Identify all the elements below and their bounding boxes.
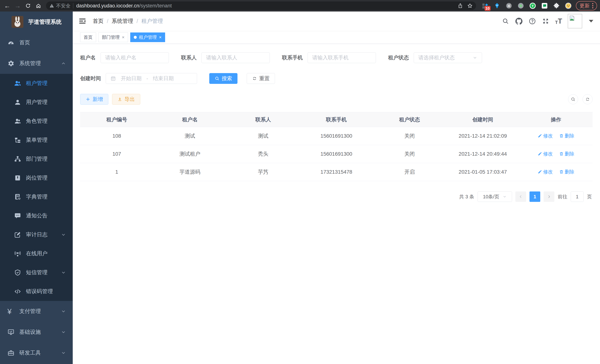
y-circle-icon[interactable]: Y bbox=[528, 1, 537, 10]
sidebar-item-审计日志[interactable]: 审计日志 bbox=[0, 225, 73, 244]
search-button[interactable]: 搜索 bbox=[209, 73, 237, 84]
share-icon[interactable] bbox=[458, 3, 463, 9]
browser-toolbar: ← → 不安全 dashboard.yudao.iocoder.cn/syste… bbox=[0, 0, 600, 11]
prev-page-button[interactable] bbox=[516, 191, 526, 202]
sidebar-item-岗位管理[interactable]: 岗位管理 bbox=[0, 168, 73, 187]
close-tab-icon[interactable]: × bbox=[122, 35, 124, 40]
sidebar-item-部门管理[interactable]: 部门管理 bbox=[0, 149, 73, 168]
mobile-input[interactable]: 请输入联系手机 bbox=[308, 52, 376, 63]
emoji-face-icon[interactable] bbox=[564, 1, 573, 10]
cell-created: 2021-12-14 20:49:44 bbox=[446, 145, 519, 163]
export-button[interactable]: 导出 bbox=[112, 94, 140, 105]
page-number-button[interactable]: 1 bbox=[529, 191, 540, 202]
page-size-select[interactable]: 10条/页 bbox=[478, 191, 512, 202]
status-select[interactable]: 请选择租户状态 bbox=[414, 52, 482, 63]
total-count: 共 3 条 bbox=[459, 194, 474, 200]
delete-link[interactable]: 删除 bbox=[559, 133, 574, 139]
record-dot-icon[interactable] bbox=[516, 1, 525, 10]
chevron-down-icon bbox=[61, 270, 66, 275]
reset-button[interactable]: 重置 bbox=[247, 73, 275, 84]
sidebar-item-用户管理[interactable]: 用户管理 bbox=[0, 93, 73, 112]
sidebar-item-label: 短信管理 bbox=[26, 269, 47, 276]
address-bar[interactable]: 不安全 dashboard.yudao.iocoder.cn/system/te… bbox=[46, 1, 476, 10]
blocks-diamond-icon[interactable]: 10 bbox=[480, 1, 490, 10]
sidebar-item-支付管理[interactable]: ¥支付管理 bbox=[0, 301, 73, 322]
message-icon bbox=[14, 212, 21, 219]
browser-forward-icon[interactable]: → bbox=[13, 1, 22, 10]
svg-text:Y: Y bbox=[532, 4, 534, 8]
sidebar-item-短信管理[interactable]: 短信管理 bbox=[0, 263, 73, 282]
delete-link[interactable]: 删除 bbox=[559, 169, 574, 175]
edit-link[interactable]: 修改 bbox=[538, 169, 553, 175]
browser-reload-icon[interactable] bbox=[24, 1, 32, 10]
column-header: 创建时间 bbox=[446, 112, 519, 127]
sidebar-item-首页[interactable]: 首页 bbox=[0, 32, 73, 53]
top-navbar: 首页 / 系统管理 / 租户管理 TT bbox=[73, 11, 600, 31]
header-search-icon[interactable] bbox=[502, 17, 509, 25]
edit-link[interactable]: 修改 bbox=[538, 133, 553, 139]
sidebar-item-系统管理[interactable]: 系统管理 bbox=[0, 53, 73, 74]
browser-menu-kebab-icon[interactable] bbox=[592, 3, 593, 8]
sidebar-item-label: 菜单管理 bbox=[26, 136, 47, 144]
sidebar-item-字典管理[interactable]: 字典管理 bbox=[0, 187, 73, 206]
users-icon bbox=[14, 80, 21, 87]
avatar[interactable] bbox=[568, 14, 582, 28]
url-text[interactable]: dashboard.yudao.iocoder.cn/system/tenant bbox=[76, 3, 458, 9]
cell-status: 关闭 bbox=[373, 127, 446, 145]
column-header: 联系人 bbox=[226, 112, 300, 127]
create-time-range-input[interactable]: 开始日期 - 结束日期 bbox=[106, 73, 197, 84]
gem-icon[interactable] bbox=[492, 1, 502, 10]
cell-name: 测试租户 bbox=[153, 145, 227, 163]
browser-home-icon[interactable] bbox=[34, 1, 43, 10]
chat-icon[interactable] bbox=[540, 1, 549, 10]
next-page-button[interactable] bbox=[544, 191, 554, 202]
cell-contact: 秃头 bbox=[226, 145, 300, 163]
cell-mobile: 17321315478 bbox=[300, 163, 373, 181]
browser-back-icon[interactable]: ← bbox=[3, 1, 11, 10]
sidebar-menu: 首页系统管理租户管理用户管理角色管理菜单管理部门管理岗位管理字典管理通知公告审计… bbox=[0, 32, 73, 363]
dict-book-icon bbox=[14, 193, 21, 200]
bookmark-star-icon[interactable] bbox=[467, 3, 473, 9]
edit-link[interactable]: 修改 bbox=[538, 151, 553, 157]
column-header: 操作 bbox=[519, 112, 593, 127]
cell-name: 测试 bbox=[153, 127, 227, 145]
puzzle-icon[interactable] bbox=[552, 1, 561, 10]
refresh-table-icon[interactable] bbox=[582, 94, 593, 104]
goto-page-input[interactable]: 1 bbox=[571, 191, 584, 202]
shield-icon bbox=[14, 269, 21, 276]
sidebar-item-错误码管理[interactable]: 错误码管理 bbox=[0, 282, 73, 301]
delete-link[interactable]: 删除 bbox=[559, 151, 574, 157]
font-size-icon[interactable]: TT bbox=[555, 18, 562, 25]
add-button[interactable]: 新增 bbox=[80, 94, 108, 105]
help-icon[interactable] bbox=[528, 17, 536, 25]
toggle-search-icon[interactable] bbox=[568, 94, 578, 104]
cell-created: 2021-12-14 21:02:09 bbox=[446, 127, 519, 145]
sidebar-item-在线用户[interactable]: 在线用户 bbox=[0, 244, 73, 263]
user-menu-caret-icon[interactable] bbox=[589, 20, 593, 22]
browser-update-button[interactable]: 更新 bbox=[576, 1, 597, 10]
sidebar-collapse-icon[interactable] bbox=[78, 17, 86, 25]
sidebar-item-基础设施[interactable]: 基础设施 bbox=[0, 322, 73, 343]
sidebar-item-研发工具[interactable]: 研发工具 bbox=[0, 343, 73, 363]
sidebar-item-角色管理[interactable]: 角色管理 bbox=[0, 112, 73, 131]
cell-mobile: 15601691300 bbox=[300, 127, 373, 145]
breadcrumb-home[interactable]: 首页 bbox=[93, 18, 103, 25]
close-tab-icon[interactable]: × bbox=[159, 35, 162, 40]
command-icon[interactable]: ⌘ bbox=[504, 1, 514, 10]
app-logo-row[interactable]: 芋道管理系统 bbox=[0, 11, 73, 32]
fullscreen-icon[interactable] bbox=[542, 17, 550, 25]
contact-input[interactable]: 请输入联系人 bbox=[201, 52, 270, 63]
end-date-placeholder: 结束日期 bbox=[153, 75, 174, 82]
sidebar-item-租户管理[interactable]: 租户管理 bbox=[0, 74, 73, 93]
tab-租户管理[interactable]: 租户管理× bbox=[130, 32, 165, 42]
breadcrumb-system[interactable]: 系统管理 bbox=[112, 18, 133, 25]
tab-首页[interactable]: 首页 bbox=[80, 32, 96, 42]
tab-部门管理[interactable]: 部门管理× bbox=[98, 32, 128, 42]
github-icon[interactable] bbox=[515, 17, 523, 25]
gauge-icon bbox=[7, 39, 14, 46]
sidebar-item-菜单管理[interactable]: 菜单管理 bbox=[0, 131, 73, 149]
tenant-name-input[interactable]: 请输入租户名 bbox=[101, 52, 169, 63]
app-logo bbox=[11, 16, 23, 28]
security-label[interactable]: 不安全 bbox=[56, 3, 71, 9]
sidebar-item-通知公告[interactable]: 通知公告 bbox=[0, 206, 73, 225]
